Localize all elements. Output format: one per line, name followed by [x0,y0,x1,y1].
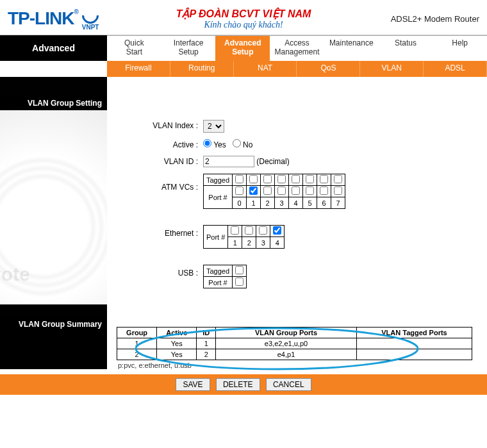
atm-port-checkbox[interactable] [292,187,300,195]
atm-port-checkbox[interactable] [334,187,342,195]
vlan-id-input[interactable] [203,156,254,167]
summary-table-wrap: GroupActiveIDVLAN Group PortsVLAN Tagged… [117,327,477,369]
spacer [0,77,487,96]
table-cell [357,349,472,360]
sub-nav: FirewallRoutingNATQoSVLANADSL [107,61,487,77]
active-label: Active : [113,139,203,149]
vnpt-logo: VNPT [82,7,99,31]
atm-port-checkbox[interactable] [306,187,314,195]
summary-legend: p:pvc, e:ethernet, u:usb [118,361,477,369]
nav-tab-advanced[interactable]: AdvancedSetup [215,36,270,61]
subnav-routing[interactable]: Routing [170,61,234,77]
section-title-vlan-setting: VLAN Group Setting [0,96,107,110]
nav-tab-status[interactable]: Status [379,36,433,61]
active-no-radio[interactable]: No [233,140,253,149]
nav-tab-quick[interactable]: QuickStart [107,36,161,61]
vlan-index-select[interactable]: 2 [203,120,224,133]
table-cell: Yes [157,349,197,360]
summary-table: GroupActiveIDVLAN Group PortsVLAN Tagged… [117,327,472,360]
eth-port-checkbox[interactable] [273,226,281,235]
delete-button[interactable]: DELETE [216,378,260,391]
product-name: ADSL2+ Modem Router [391,14,479,24]
usb-label: USB : [113,265,203,278]
atm-vcs-label: ATM VCs : [113,174,203,192]
atm-tagged-checkbox[interactable] [306,175,314,183]
atm-vcs-grid: TaggedPort #01234567 [203,174,345,209]
atm-tagged-checkbox[interactable] [320,175,328,183]
button-bar: SAVE DELETE CANCEL [0,374,487,395]
subnav-nat[interactable]: NAT [234,61,297,77]
nav-tab-maintenance[interactable]: Maintenance [324,36,379,61]
spacer [0,304,487,317]
nav-tab-access[interactable]: AccessManagement [270,36,324,61]
atm-tagged-checkbox[interactable] [292,175,300,183]
brand-logo: TP-LINK® [8,8,78,29]
table-cell: 1 [197,338,216,349]
header-title: TẬP ĐOÀN BCVT VIỆT NAM Kính chào quý khá… [176,8,311,30]
table-cell: 2 [197,349,216,360]
atm-tagged-checkbox[interactable] [277,175,286,183]
active-yes-radio[interactable]: Yes [203,140,226,149]
vlan-index-label: VLAN Index : [113,120,203,130]
atm-tagged-checkbox[interactable] [263,175,272,183]
nav-tab-interface[interactable]: InterfaceSetup [161,36,216,61]
subnav-firewall[interactable]: Firewall [107,61,170,77]
ethernet-label: Ethernet : [113,225,203,238]
table-cell: 2 [117,349,157,360]
atm-port-checkbox[interactable] [249,187,258,195]
usb-grid: Tagged Port # [203,265,247,288]
atm-port-checkbox[interactable] [277,187,286,195]
eth-port-checkbox[interactable] [259,226,267,235]
atm-tagged-checkbox[interactable] [235,175,244,183]
vlan-id-label: VLAN ID : [113,156,203,166]
table-cell: e4,p1 [216,349,357,360]
watermark-text: Prote [0,263,30,285]
table-cell [357,338,472,349]
usb-port-checkbox[interactable] [235,278,244,286]
eth-port-checkbox[interactable] [231,226,239,235]
subnav-adsl[interactable]: ADSL [424,61,487,77]
subnav-qos[interactable]: QoS [297,61,360,77]
atm-port-checkbox[interactable] [320,187,328,195]
main-nav: Advanced QuickStartInterfaceSetupAdvance… [0,35,487,61]
side-panel: Prote [0,110,107,304]
subnav-vlan[interactable]: VLAN [360,61,424,77]
atm-tagged-checkbox[interactable] [334,175,342,183]
ethernet-grid: Port #1234 [203,225,285,249]
table-cell: e3,e2,e1,u,p0 [216,338,357,349]
atm-port-checkbox[interactable] [235,187,244,195]
atm-port-checkbox[interactable] [263,187,272,195]
table-cell: 1 [117,338,157,349]
eth-port-checkbox[interactable] [245,226,253,235]
form-panel: VLAN Index : 2 Active : Yes No VLAN ID :… [107,110,487,304]
save-button[interactable]: SAVE [176,378,210,391]
vlan-id-hint: (Decimal) [256,157,289,166]
section-title-vlan-summary: VLAN Group Summary [0,317,107,369]
usb-tagged-checkbox[interactable] [235,266,244,274]
table-cell: Yes [157,338,197,349]
nav-tab-help[interactable]: Help [433,36,487,61]
atm-tagged-checkbox[interactable] [249,175,258,183]
nav-category-label: Advanced [0,35,107,61]
header-bar: TP-LINK® VNPT TẬP ĐOÀN BCVT VIỆT NAM Kín… [0,0,487,35]
cancel-button[interactable]: CANCEL [266,378,311,391]
